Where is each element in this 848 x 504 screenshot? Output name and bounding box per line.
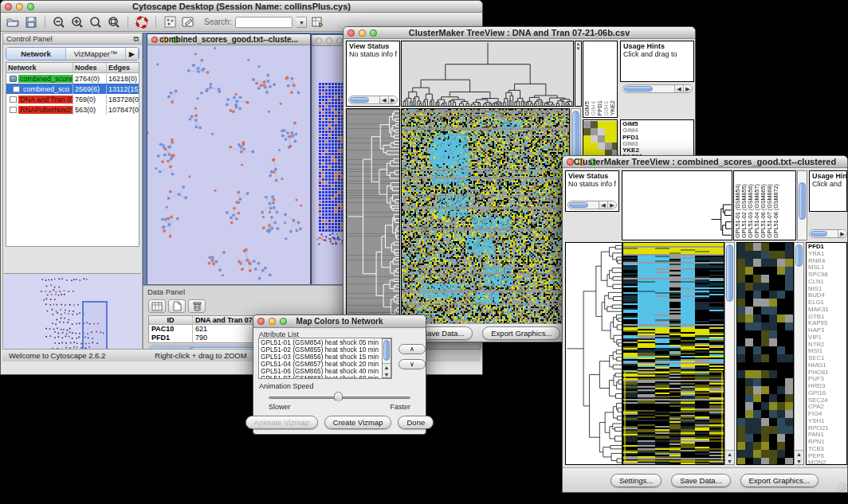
column-label[interactable]: GIM5 bbox=[584, 101, 590, 115]
scroll-thumb[interactable] bbox=[811, 231, 827, 236]
network-tree-row[interactable]: combined_scores 2764(0) 16218(0) bbox=[6, 73, 139, 84]
open-session-icon[interactable] bbox=[6, 15, 20, 29]
detail-cell[interactable] bbox=[605, 128, 612, 135]
global-heatmap-panel[interactable] bbox=[622, 242, 724, 465]
attribute-list[interactable]: GPL51-01 (GSM854) heat shock 05 minGPL51… bbox=[258, 338, 392, 379]
detail-vscrollbar[interactable]: ▲▼ bbox=[794, 242, 804, 465]
annotation-icon[interactable] bbox=[181, 15, 195, 29]
scroll-thumb[interactable] bbox=[383, 340, 390, 361]
detail-cell[interactable] bbox=[598, 121, 605, 128]
column-dendrogram-panel[interactable] bbox=[401, 41, 574, 107]
detail-cell[interactable] bbox=[591, 135, 598, 143]
network-tree-row[interactable]: combined_sco 2569(6) 13112(15) bbox=[6, 84, 139, 94]
select-attributes-icon[interactable] bbox=[148, 299, 166, 313]
detail-hscrollbar[interactable]: ◀ ▶ bbox=[622, 84, 693, 93]
treeview1-titlebar[interactable]: ClusterMaker TreeView : DNA and Tran 07-… bbox=[344, 27, 695, 39]
scroll-right-arrow[interactable]: ▶ bbox=[388, 96, 397, 104]
gene-label[interactable]: MON2 bbox=[808, 459, 845, 465]
column-label[interactable]: GPL51-08 (GSM872) bbox=[773, 184, 779, 238]
detail-cell[interactable] bbox=[598, 128, 605, 135]
column-label[interactable]: GPL51-02 (GSM855) bbox=[741, 184, 747, 238]
export-graphics-button[interactable]: Export Graphics... bbox=[740, 474, 819, 487]
detail-cell[interactable] bbox=[591, 143, 598, 150]
column-label[interactable]: GPL51-03 (GSM856) bbox=[748, 184, 753, 238]
view-status-hscrollbar[interactable]: ◀ ▶ bbox=[348, 96, 398, 104]
detail-cell[interactable] bbox=[605, 135, 612, 143]
col-id[interactable]: ID bbox=[149, 316, 193, 324]
detail-heatmap-panel[interactable] bbox=[736, 242, 794, 465]
network-overview-panel[interactable] bbox=[4, 273, 141, 361]
create-vizmap-button[interactable]: Create Vizmap bbox=[324, 416, 392, 429]
detail-cell[interactable] bbox=[583, 121, 591, 128]
detail-cell[interactable] bbox=[583, 143, 591, 150]
scroll-left-arrow[interactable]: ◀ bbox=[599, 201, 607, 209]
global-heatmap-canvas[interactable] bbox=[402, 109, 569, 323]
main-titlebar[interactable]: Cytoscape Desktop (Session Name: collins… bbox=[1, 1, 482, 13]
scroll-arrows[interactable]: ▲▼ bbox=[795, 450, 803, 464]
row-dendrogram-canvas[interactable] bbox=[566, 243, 622, 464]
zoom-fit-icon[interactable] bbox=[107, 15, 121, 29]
speed-slider-thumb[interactable] bbox=[334, 392, 343, 400]
network-view-icon[interactable] bbox=[163, 15, 177, 29]
scroll-right-arrow[interactable]: ▶ bbox=[838, 230, 846, 237]
column-dendrogram-panel[interactable] bbox=[622, 170, 732, 240]
scroll-thumb[interactable] bbox=[569, 202, 588, 208]
zoom-in-icon[interactable] bbox=[70, 15, 84, 29]
col-network[interactable]: Network bbox=[6, 63, 73, 72]
resize-grip[interactable] bbox=[838, 483, 846, 491]
column-label[interactable]: YKE2 bbox=[610, 100, 615, 115]
col-edges[interactable]: Edges bbox=[107, 63, 139, 72]
detail-cell[interactable] bbox=[591, 128, 598, 135]
detail-vscrollbar-top[interactable] bbox=[797, 170, 807, 240]
scroll-arrows[interactable]: ▲▼ bbox=[725, 450, 734, 464]
tab-vizmapper[interactable]: VizMapper™ bbox=[66, 48, 126, 60]
zoom-selected-icon[interactable] bbox=[88, 15, 103, 29]
done-button[interactable]: Done bbox=[398, 416, 434, 429]
move-down-button[interactable]: ∨ bbox=[398, 359, 426, 369]
column-label[interactable]: GPL51-06 (GSM865) bbox=[760, 184, 766, 238]
column-label[interactable]: GIM3 bbox=[603, 101, 609, 115]
move-up-button[interactable]: ∧ bbox=[398, 344, 426, 354]
detail-cell[interactable] bbox=[612, 143, 618, 150]
column-label[interactable]: GPL51-04 (GSM857) bbox=[754, 184, 760, 238]
delete-attribute-icon[interactable] bbox=[188, 299, 206, 313]
column-label[interactable]: PAC10 bbox=[616, 97, 618, 115]
zoom-out-icon[interactable] bbox=[52, 15, 66, 29]
heatmap-vscrollbar[interactable]: ▲▼ bbox=[724, 242, 735, 465]
view-status-hscrollbar[interactable]: ◀ ▶ bbox=[567, 201, 617, 209]
column-dendrogram-canvas[interactable] bbox=[622, 171, 732, 240]
scroll-right-arrow[interactable]: ▶ bbox=[607, 201, 616, 209]
detail-cell[interactable] bbox=[612, 135, 618, 143]
animate-vizmap-button[interactable]: Animate Vizmap bbox=[245, 416, 318, 429]
detail-cell[interactable] bbox=[605, 121, 612, 128]
gene-labels-hscrollbar[interactable]: ▶ bbox=[809, 229, 847, 238]
global-heatmap-canvas[interactable] bbox=[623, 243, 724, 464]
network-tree-row[interactable]: RNAPuberNov2+| 563(0) 107847(0) bbox=[6, 104, 139, 115]
save-data-button[interactable]: Save Data... bbox=[671, 474, 730, 487]
detail-cell[interactable] bbox=[591, 121, 598, 128]
scroll-right-arrow[interactable]: ▶ bbox=[683, 85, 692, 92]
column-label[interactable]: GIM4 bbox=[591, 101, 596, 115]
detail-cell[interactable] bbox=[583, 135, 591, 143]
scroll-arrows[interactable]: ▲▼ bbox=[383, 363, 391, 377]
dendrogram-vscrollbar[interactable]: ▲▼ bbox=[575, 41, 582, 107]
dialog-titlebar[interactable]: Map Colors to Network bbox=[253, 315, 426, 328]
close-button[interactable] bbox=[316, 37, 322, 44]
detail-cell[interactable] bbox=[598, 135, 605, 143]
detail-cell[interactable] bbox=[612, 121, 618, 128]
import-table-icon[interactable] bbox=[311, 15, 325, 29]
detail-cell[interactable] bbox=[583, 128, 591, 135]
export-graphics-button[interactable]: Export Graphics... bbox=[482, 326, 560, 340]
col-nodes[interactable]: Nodes bbox=[73, 63, 107, 72]
new-attribute-icon[interactable] bbox=[168, 299, 186, 313]
help-lifesaver-icon[interactable] bbox=[135, 15, 149, 29]
tabs-more-arrow[interactable]: ▶ bbox=[126, 48, 139, 60]
column-dendrogram-canvas[interactable] bbox=[402, 41, 573, 106]
zoom-button[interactable] bbox=[336, 37, 343, 44]
minimize-button[interactable] bbox=[326, 37, 332, 44]
attribute-list-vscrollbar[interactable]: ▲▼ bbox=[382, 338, 391, 378]
overview-viewport-rect[interactable] bbox=[82, 301, 108, 355]
global-heatmap-panel[interactable] bbox=[401, 108, 570, 324]
detail-heatmap-canvas[interactable] bbox=[737, 243, 793, 464]
column-label[interactable]: GPL51-01 (GSM854) bbox=[735, 184, 740, 238]
